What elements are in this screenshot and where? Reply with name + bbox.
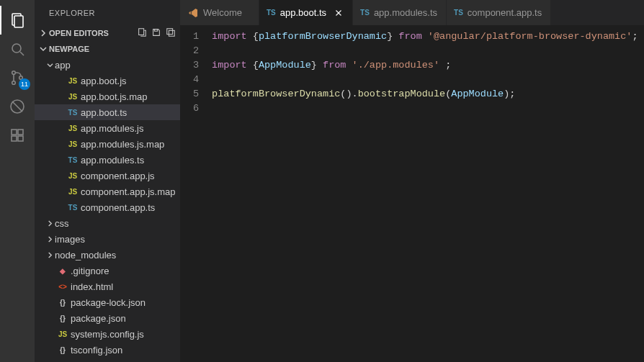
tree-label: app.modules.ts bbox=[81, 155, 144, 166]
tree-folder-app[interactable]: app bbox=[35, 57, 180, 73]
tree-file[interactable]: {} package-lock.json bbox=[35, 294, 180, 310]
tree-folder-node-modules[interactable]: node_modules bbox=[35, 247, 180, 263]
tree-folder-images[interactable]: images bbox=[35, 231, 180, 247]
json-icon: {} bbox=[55, 299, 71, 307]
section-project[interactable]: NEWPAGE bbox=[35, 41, 180, 57]
tree-file[interactable]: JS systemjs.config.js bbox=[35, 326, 180, 342]
tree-label: app.modules.js bbox=[81, 123, 143, 134]
chevron-down-icon bbox=[37, 45, 49, 53]
activity-extensions[interactable] bbox=[0, 121, 35, 150]
tab-label: app.boot.ts bbox=[280, 7, 326, 18]
ts-icon: TS bbox=[360, 9, 370, 17]
tree-label: component.app.js bbox=[81, 171, 155, 181]
svg-rect-14 bbox=[154, 30, 157, 32]
vscode-icon bbox=[187, 7, 199, 19]
tree-file[interactable]: JS app.boot.js.map bbox=[35, 89, 180, 104]
file-tree: app JS app.boot.js JS app.boot.js.map TS… bbox=[35, 57, 180, 362]
activity-scm[interactable]: 11 bbox=[0, 63, 35, 92]
save-all-icon[interactable] bbox=[151, 27, 161, 39]
chevron-right-icon bbox=[45, 220, 55, 227]
ts-icon: TS bbox=[454, 9, 463, 17]
tree-file[interactable]: ◆ .gitignore bbox=[35, 263, 180, 279]
collapse-all-icon[interactable] bbox=[166, 27, 176, 39]
tree-label: css bbox=[55, 218, 69, 229]
close-icon[interactable] bbox=[334, 8, 344, 18]
tab-label: app.modules.ts bbox=[374, 7, 437, 18]
code-editor[interactable]: 1 2 3 4 5 6 import {platformBrowserDynam… bbox=[180, 25, 644, 116]
chevron-right-icon bbox=[37, 30, 49, 37]
tree-label: package.json bbox=[71, 313, 126, 324]
tree-file[interactable]: JS component.app.js bbox=[35, 168, 180, 184]
svg-rect-9 bbox=[12, 130, 17, 135]
svg-rect-15 bbox=[167, 29, 173, 35]
html-icon: <> bbox=[55, 283, 71, 291]
svg-point-4 bbox=[12, 71, 16, 75]
js-icon: JS bbox=[65, 125, 81, 132]
svg-point-2 bbox=[12, 44, 21, 53]
editor-tabs: Welcome TS app.boot.ts TS app.modules.ts… bbox=[180, 0, 644, 25]
tree-label: package-lock.json bbox=[71, 297, 146, 308]
tree-file[interactable]: TS component.app.ts bbox=[35, 199, 180, 215]
tree-label: app.boot.js.map bbox=[81, 91, 148, 102]
tab-welcome[interactable]: Welcome bbox=[180, 0, 259, 25]
chevron-right-icon bbox=[45, 252, 55, 258]
git-icon: ◆ bbox=[55, 267, 71, 275]
chevron-right-icon bbox=[45, 236, 55, 243]
svg-line-3 bbox=[20, 52, 24, 55]
tree-label: systemjs.config.js bbox=[71, 329, 144, 340]
ts-icon: TS bbox=[65, 109, 81, 117]
ts-icon: TS bbox=[65, 204, 81, 212]
js-icon: JS bbox=[65, 93, 81, 101]
tree-file[interactable]: JS app.modules.js bbox=[35, 120, 180, 136]
tree-label: images bbox=[55, 234, 85, 245]
tree-file[interactable]: <> index.html bbox=[35, 279, 180, 294]
chevron-down-icon bbox=[45, 62, 55, 68]
section-label: OPEN EDITORS bbox=[49, 29, 109, 37]
tree-folder-css[interactable]: css bbox=[35, 215, 180, 231]
tree-label: component.app.js.map bbox=[81, 186, 176, 197]
activity-explorer[interactable] bbox=[0, 6, 35, 35]
tree-file[interactable]: JS app.modules.js.map bbox=[35, 136, 180, 152]
editor-area: Welcome TS app.boot.ts TS app.modules.ts… bbox=[180, 0, 644, 362]
activity-search[interactable] bbox=[0, 35, 35, 63]
tree-file[interactable]: TS app.modules.ts bbox=[35, 152, 180, 168]
tree-label: app.modules.js.map bbox=[81, 139, 164, 150]
ts-icon: TS bbox=[267, 9, 276, 17]
tree-file[interactable]: JS app.boot.js bbox=[35, 73, 180, 89]
section-label: NEWPAGE bbox=[49, 45, 89, 53]
ts-icon: TS bbox=[65, 156, 81, 164]
scm-badge: 11 bbox=[19, 78, 30, 90]
tab-app-boot[interactable]: TS app.boot.ts bbox=[259, 0, 353, 25]
js-icon: JS bbox=[65, 188, 81, 196]
tree-file[interactable]: {} tsconfig.json bbox=[35, 342, 180, 358]
tree-file[interactable]: JS component.app.js.map bbox=[35, 184, 180, 199]
sidebar: EXPLORER OPEN EDITORS NEWPAGE app JS app… bbox=[35, 0, 180, 362]
tree-label: app.boot.ts bbox=[81, 107, 127, 118]
new-file-icon[interactable] bbox=[137, 27, 147, 39]
line-gutter: 1 2 3 4 5 6 bbox=[180, 30, 212, 116]
svg-rect-10 bbox=[12, 136, 17, 141]
section-open-editors[interactable]: OPEN EDITORS bbox=[35, 25, 180, 41]
tab-component-app[interactable]: TS component.app.ts bbox=[447, 0, 551, 25]
svg-point-5 bbox=[12, 81, 16, 85]
svg-rect-11 bbox=[18, 136, 23, 141]
tree-label: component.app.ts bbox=[81, 202, 155, 213]
code-lines: import {platformBrowserDynamic} from '@a… bbox=[212, 30, 638, 116]
tab-label: component.app.ts bbox=[468, 7, 542, 18]
tree-label: app.boot.js bbox=[81, 76, 127, 86]
svg-rect-13 bbox=[139, 29, 144, 35]
json-icon: {} bbox=[55, 346, 71, 354]
tree-label: index.html bbox=[71, 281, 113, 292]
tree-file[interactable]: {} package.json bbox=[35, 310, 180, 326]
svg-rect-12 bbox=[18, 130, 23, 135]
tab-app-modules[interactable]: TS app.modules.ts bbox=[353, 0, 447, 25]
tree-file-selected[interactable]: TS app.boot.ts bbox=[35, 104, 180, 120]
js-icon: JS bbox=[55, 330, 71, 338]
tree-label: tsconfig.json bbox=[71, 345, 122, 356]
activity-bar: 11 bbox=[0, 0, 35, 362]
json-icon: {} bbox=[55, 315, 71, 322]
js-icon: JS bbox=[65, 140, 81, 148]
tree-label: .gitignore bbox=[71, 266, 109, 276]
activity-debug[interactable] bbox=[0, 92, 35, 121]
svg-line-8 bbox=[12, 101, 22, 112]
